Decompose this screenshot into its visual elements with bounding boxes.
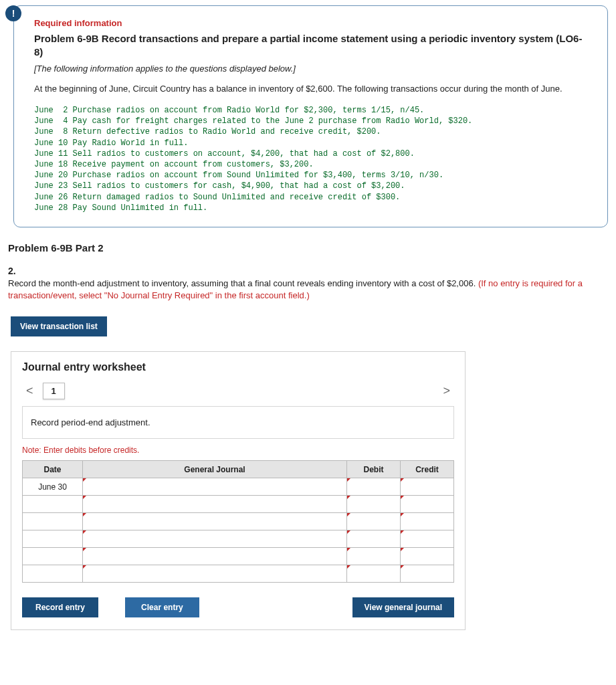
- instruction-text: Record the month-end adjustment to inven…: [8, 278, 605, 302]
- problem-title: Problem 6-9B Record transactions and pre…: [34, 32, 590, 60]
- step-number: 2.: [8, 266, 608, 276]
- account-cell[interactable]: [83, 530, 347, 548]
- table-row: June 30: [23, 478, 454, 496]
- credit-cell[interactable]: [401, 548, 454, 565]
- worksheet-heading: Journal entry worksheet: [22, 361, 454, 373]
- date-cell[interactable]: [23, 565, 83, 583]
- credit-cell[interactable]: [401, 513, 454, 530]
- debit-cell[interactable]: [347, 513, 401, 530]
- date-cell[interactable]: June 30: [23, 478, 83, 496]
- credit-cell[interactable]: [401, 478, 454, 496]
- account-cell[interactable]: [83, 496, 347, 513]
- credit-cell[interactable]: [401, 496, 454, 513]
- view-general-journal-button[interactable]: View general journal: [352, 597, 454, 617]
- info-badge: !: [5, 5, 21, 21]
- clear-entry-button[interactable]: Clear entry: [125, 597, 199, 617]
- debit-cell[interactable]: [347, 496, 401, 513]
- col-header-date: Date: [23, 461, 83, 478]
- debit-cell[interactable]: [347, 530, 401, 548]
- credit-cell[interactable]: [401, 565, 454, 583]
- debit-cell[interactable]: [347, 548, 401, 565]
- intro-text: At the beginning of June, Circuit Countr…: [34, 83, 590, 95]
- date-cell[interactable]: [23, 548, 83, 565]
- next-entry-chevron[interactable]: >: [439, 383, 454, 399]
- date-cell[interactable]: [23, 513, 83, 530]
- context-note: [The following information applies to th…: [34, 64, 590, 74]
- table-row: [23, 513, 454, 530]
- debit-cell[interactable]: [347, 478, 401, 496]
- entry-tab-1[interactable]: 1: [43, 383, 65, 399]
- table-row: [23, 548, 454, 565]
- debit-cell[interactable]: [347, 565, 401, 583]
- table-row: [23, 496, 454, 513]
- date-cell[interactable]: [23, 530, 83, 548]
- account-cell[interactable]: [83, 478, 347, 496]
- required-info-label: Required information: [34, 18, 590, 28]
- table-header-row: Date General Journal Debit Credit: [23, 461, 454, 478]
- table-row: [23, 530, 454, 548]
- account-cell[interactable]: [83, 513, 347, 530]
- view-transaction-list-button[interactable]: View transaction list: [11, 316, 107, 336]
- part-title: Problem 6-9B Part 2: [8, 242, 608, 254]
- date-cell[interactable]: [23, 496, 83, 513]
- required-info-panel: Required information Problem 6-9B Record…: [13, 5, 608, 227]
- transactions-list: June 2 Purchase radios on account from R…: [34, 105, 590, 213]
- debit-before-credit-note: Note: Enter debits before credits.: [22, 446, 454, 455]
- table-row: [23, 565, 454, 583]
- col-header-credit: Credit: [401, 461, 454, 478]
- entry-description-box: Record period-end adjustment.: [22, 406, 454, 439]
- col-header-general-journal: General Journal: [83, 461, 347, 478]
- prev-entry-chevron[interactable]: <: [22, 383, 37, 399]
- record-entry-button[interactable]: Record entry: [22, 597, 98, 617]
- account-cell[interactable]: [83, 548, 347, 565]
- instruction-plain: Record the month-end adjustment to inven…: [8, 278, 478, 288]
- journal-entry-table: Date General Journal Debit Credit June 3…: [22, 460, 454, 583]
- col-header-debit: Debit: [347, 461, 401, 478]
- journal-worksheet-panel: Journal entry worksheet < 1 > Record per…: [11, 351, 466, 630]
- credit-cell[interactable]: [401, 530, 454, 548]
- account-cell[interactable]: [83, 565, 347, 583]
